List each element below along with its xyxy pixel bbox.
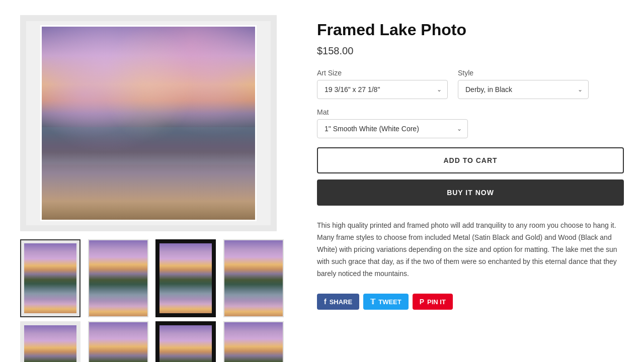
- style-select-wrapper: Derby, in Black Derby, in White Metal, S…: [458, 80, 589, 99]
- main-product-image: [40, 25, 257, 221]
- tweet-label: TWEET: [378, 298, 401, 306]
- twitter-tweet-button[interactable]: 𝕋 TWEET: [363, 294, 409, 310]
- twitter-icon: 𝕋: [370, 298, 375, 306]
- facebook-share-button[interactable]: f SHARE: [317, 294, 359, 310]
- pin-label: PIN IT: [427, 298, 446, 306]
- mat-select[interactable]: 1" Smooth White (White Core) No Mat 2" S…: [317, 119, 468, 138]
- page-container: Framed Lake Photo $158.00 Art Size 19 3/…: [0, 0, 644, 362]
- thumbnail-2[interactable]: [88, 239, 148, 317]
- add-to-cart-button[interactable]: ADD TO CART: [317, 147, 624, 173]
- art-size-label: Art Size: [317, 69, 448, 77]
- mat-select-wrapper: 1" Smooth White (White Core) No Mat 2" S…: [317, 119, 468, 138]
- right-column: Framed Lake Photo $158.00 Art Size 19 3/…: [317, 15, 624, 362]
- style-group: Style Derby, in Black Derby, in White Me…: [458, 69, 589, 99]
- left-column: [20, 15, 287, 362]
- main-image-container: [20, 15, 277, 231]
- thumbnail-5[interactable]: [20, 321, 80, 362]
- thumbnail-3[interactable]: [155, 239, 216, 317]
- thumbnail-1[interactable]: [20, 239, 80, 317]
- social-buttons: f SHARE 𝕋 TWEET P PIN IT: [317, 294, 624, 310]
- thumbnail-6[interactable]: [88, 321, 148, 362]
- product-description: This high quality printed and framed pho…: [317, 220, 624, 280]
- art-size-style-group: Art Size 19 3/16" x 27 1/8" 12" x 18" 16…: [317, 69, 624, 99]
- thumbnail-4[interactable]: [223, 239, 284, 317]
- mat-label: Mat: [317, 108, 624, 116]
- facebook-icon: f: [324, 298, 327, 306]
- thumbnail-grid: [20, 239, 287, 362]
- style-select[interactable]: Derby, in Black Derby, in White Metal, S…: [458, 80, 589, 99]
- product-price: $158.00: [317, 45, 624, 57]
- mat-group: Mat 1" Smooth White (White Core) No Mat …: [317, 108, 624, 138]
- thumbnail-8[interactable]: [223, 321, 284, 362]
- buy-now-button[interactable]: BUY IT NOW: [317, 179, 624, 206]
- pinterest-icon: P: [420, 298, 424, 306]
- style-label: Style: [458, 69, 589, 77]
- art-size-group: Art Size 19 3/16" x 27 1/8" 12" x 18" 16…: [317, 69, 448, 99]
- pinterest-pin-button[interactable]: P PIN IT: [413, 294, 453, 310]
- share-label: SHARE: [330, 298, 353, 306]
- thumbnail-7[interactable]: [155, 321, 216, 362]
- art-size-select[interactable]: 19 3/16" x 27 1/8" 12" x 18" 16" x 24" 2…: [317, 80, 448, 99]
- select-row-top: Art Size 19 3/16" x 27 1/8" 12" x 18" 16…: [317, 69, 624, 99]
- product-title: Framed Lake Photo: [317, 20, 624, 39]
- art-size-select-wrapper: 19 3/16" x 27 1/8" 12" x 18" 16" x 24" 2…: [317, 80, 448, 99]
